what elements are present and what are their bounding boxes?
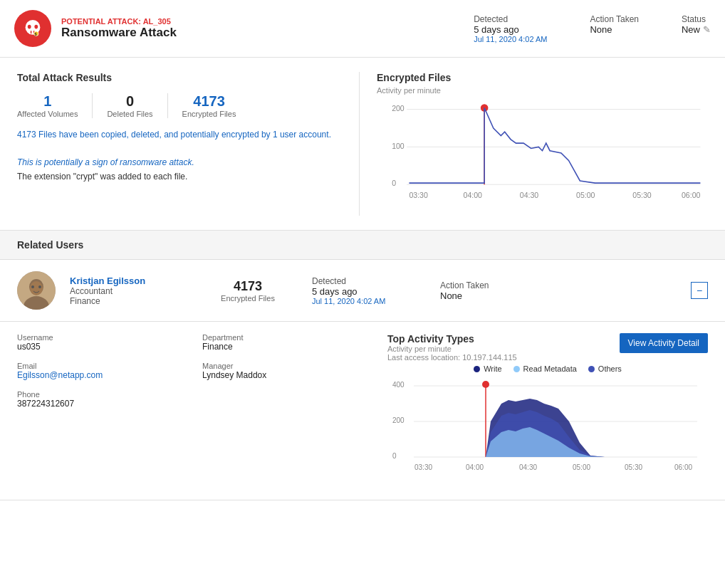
user-files-count: 4173	[198, 279, 298, 294]
manager-value: Lyndsey Maddox	[202, 370, 359, 380]
edit-icon[interactable]: ✎	[703, 24, 711, 35]
svg-text:04:30: 04:30	[519, 463, 537, 471]
deleted-files: 0 Deleted Files	[93, 93, 167, 118]
encrypted-files: 4173 Encrypted Files	[168, 93, 236, 118]
encrypted-files-label: Encrypted Files	[182, 110, 236, 118]
phone-value: 387224312607	[17, 399, 174, 409]
user-detail-section: Username us035 Email Egilsson@netapp.com…	[0, 322, 725, 500]
svg-text:05:00: 05:00	[573, 463, 590, 471]
user-name[interactable]: Kristjan Egilsson	[70, 275, 184, 286]
activity-chart-title-block: Top Activity Types Activity per minute L…	[387, 333, 517, 362]
deleted-files-value: 0	[107, 93, 152, 110]
affected-volumes: 1 Affected Volumes	[17, 93, 93, 118]
svg-text:05:30: 05:30	[625, 463, 642, 471]
alert-text: 4173 Files have been copied, deleted, an…	[17, 130, 359, 140]
attack-results: Total Attack Results 1 Affected Volumes …	[17, 72, 359, 216]
dept-field: Department Finance	[202, 333, 359, 352]
manager-field: Manager Lyndsey Maddox	[202, 362, 359, 380]
header-title-block: POTENTIAL ATTACK: AL_305 Ransomware Atta…	[61, 17, 177, 40]
related-users-title: Related Users	[17, 239, 708, 251]
user-action-taken: Action Taken None	[440, 280, 540, 301]
legend-read: Read Metadata	[513, 364, 577, 373]
user-detected: Detected 5 days ago Jul 11, 2020 4:02 AM	[312, 276, 426, 305]
svg-point-1	[28, 25, 31, 29]
encrypted-chart: Encrypted Files Activity per minute 200 …	[359, 72, 708, 216]
svg-point-2	[34, 25, 38, 29]
collapse-button[interactable]: −	[691, 282, 708, 299]
status-value: New	[682, 24, 700, 35]
action-taken-value: None	[590, 24, 639, 35]
detected-label: Detected	[474, 14, 547, 24]
detected-date: Jul 11, 2020 4:02 AM	[474, 35, 547, 43]
write-dot	[474, 366, 480, 372]
others-label: Others	[598, 364, 622, 373]
user-action-value: None	[440, 290, 540, 301]
svg-text:200: 200	[392, 104, 405, 112]
svg-text:05:30: 05:30	[632, 191, 652, 199]
email-value[interactable]: Egilsson@netapp.com	[17, 370, 174, 380]
attack-id: POTENTIAL ATTACK: AL_305	[61, 17, 177, 26]
encrypted-files-value: 4173	[182, 93, 236, 110]
svg-point-25	[30, 281, 43, 295]
detected-block: Detected 5 days ago Jul 11, 2020 4:02 AM	[474, 14, 547, 43]
ransomware-svg: $	[21, 17, 44, 40]
activity-chart-col: Top Activity Types Activity per minute L…	[387, 333, 708, 485]
related-users-section: Related Users	[0, 231, 725, 260]
manager-label: Manager	[202, 362, 359, 370]
svg-rect-4	[31, 31, 32, 33]
italic-text: This is potentially a sign of ransomware…	[17, 157, 359, 167]
svg-point-41	[482, 381, 489, 388]
svg-text:04:00: 04:00	[464, 191, 483, 199]
activity-chart-subtitle: Activity per minute	[387, 345, 517, 353]
detail-col-2: Department Finance Manager Lyndsey Maddo…	[202, 333, 359, 485]
legend-write: Write	[474, 364, 501, 373]
user-detected-time: 5 days ago	[312, 286, 426, 297]
activity-chart-container: 400 200 0 03:30 04:00 04:30 05:00 05:30 …	[387, 379, 708, 485]
email-label: Email	[17, 362, 174, 370]
write-label: Write	[484, 364, 501, 373]
status-label: Status	[682, 14, 711, 24]
svg-text:0: 0	[392, 179, 396, 187]
svg-text:04:30: 04:30	[520, 191, 539, 199]
svg-marker-44	[486, 427, 697, 457]
status-block: Status New ✎	[682, 14, 711, 35]
activity-chart-header: Top Activity Types Activity per minute L…	[387, 333, 708, 362]
user-dept: Finance	[70, 296, 184, 306]
phone-label: Phone	[17, 390, 174, 399]
attack-results-title: Total Attack Results	[17, 72, 359, 83]
header: $ POTENTIAL ATTACK: AL_305 Ransomware At…	[0, 0, 725, 58]
svg-point-27	[38, 285, 41, 288]
user-role: Accountant	[70, 286, 184, 296]
detail-grid: Username us035 Email Egilsson@netapp.com…	[17, 333, 708, 485]
svg-point-26	[31, 285, 34, 288]
activity-chart-location: Last access location: 10.197.144.115	[387, 353, 517, 362]
svg-text:04:00: 04:00	[466, 463, 484, 471]
encrypted-chart-title: Encrypted Files	[377, 72, 708, 83]
header-meta: Detected 5 days ago Jul 11, 2020 4:02 AM…	[474, 14, 711, 43]
svg-text:03:30: 03:30	[409, 191, 428, 199]
user-row: Kristjan Egilsson Accountant Finance 417…	[17, 271, 708, 310]
avatar-svg	[17, 271, 56, 310]
svg-text:0: 0	[392, 452, 397, 460]
view-activity-button[interactable]: View Activity Detail	[620, 333, 708, 353]
svg-text:03:30: 03:30	[414, 463, 432, 471]
detected-time: 5 days ago	[474, 24, 547, 35]
affected-volumes-value: 1	[17, 93, 78, 110]
user-files-label: Encrypted Files	[198, 294, 298, 303]
dept-label: Department	[202, 333, 359, 342]
others-dot	[588, 366, 595, 372]
encrypted-chart-container: 200 100 0 03:30 04:00 04:30 05:00 05:30 …	[377, 102, 708, 216]
user-files: 4173 Encrypted Files	[198, 279, 298, 303]
stats-grid: Total Attack Results 1 Affected Volumes …	[17, 72, 708, 216]
svg-text:400: 400	[392, 381, 405, 389]
legend-others: Others	[588, 364, 622, 373]
normal-text: The extension "crypt" was added to each …	[17, 172, 359, 182]
svg-text:06:00: 06:00	[674, 463, 692, 471]
user-avatar	[17, 271, 56, 310]
svg-text:100: 100	[392, 142, 405, 150]
username-label: Username	[17, 333, 174, 342]
email-field: Email Egilsson@netapp.com	[17, 362, 174, 380]
action-taken-block: Action Taken None	[590, 14, 639, 35]
svg-text:200: 200	[392, 416, 405, 424]
dept-value: Finance	[202, 342, 359, 352]
